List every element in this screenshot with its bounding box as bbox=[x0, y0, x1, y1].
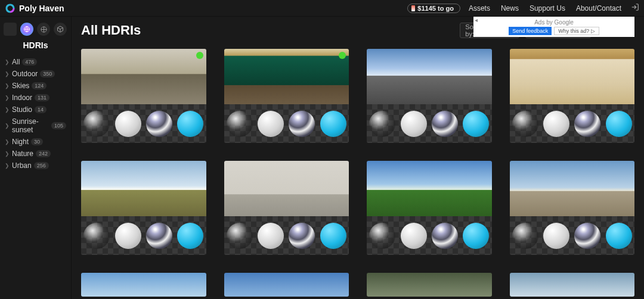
sphere-cyan bbox=[320, 223, 346, 249]
chevron-right-icon: ❯ bbox=[5, 151, 10, 157]
sphere-matte bbox=[543, 111, 569, 137]
ad-box: ◂ Ads by Google Send feedback Why this a… bbox=[473, 17, 634, 37]
asset-type-models-button[interactable] bbox=[54, 23, 67, 36]
chevron-right-icon: ❯ bbox=[5, 95, 10, 101]
sphere-glass bbox=[369, 111, 395, 137]
sphere-cyan bbox=[463, 223, 489, 249]
patreon-goal-pill[interactable]: $1145 to go bbox=[407, 4, 460, 13]
sidebar-title: HDRIs bbox=[4, 39, 67, 56]
sidebar: HDRIs ❯All476❯Outdoor350❯Skies124❯Indoor… bbox=[0, 17, 72, 299]
patreon-icon bbox=[411, 5, 415, 11]
category-label: Skies bbox=[12, 82, 29, 90]
new-badge bbox=[339, 52, 346, 59]
hdri-panorama bbox=[510, 161, 635, 216]
sphere-chrome bbox=[289, 223, 315, 249]
sphere-matte bbox=[115, 111, 141, 137]
ad-why-button[interactable]: Why this ad? ▷ bbox=[554, 27, 599, 35]
hdri-panorama bbox=[510, 49, 635, 104]
category-item[interactable]: ❯Indoor131 bbox=[4, 92, 67, 104]
hdri-panorama bbox=[367, 161, 492, 216]
nav-assets[interactable]: Assets bbox=[469, 4, 490, 13]
hdri-panorama bbox=[81, 273, 206, 297]
hdri-card[interactable] bbox=[510, 161, 635, 255]
login-icon[interactable] bbox=[631, 3, 639, 13]
sphere-matte bbox=[401, 111, 427, 137]
hdri-spheres bbox=[224, 104, 349, 143]
sphere-matte bbox=[258, 223, 284, 249]
chevron-right-icon: ❯ bbox=[5, 107, 10, 113]
category-label: Urban bbox=[12, 161, 32, 170]
hdri-panorama bbox=[510, 273, 635, 297]
asset-type-textures-button[interactable] bbox=[37, 23, 50, 36]
sphere-chrome bbox=[574, 223, 600, 249]
site-logo[interactable]: Poly Haven bbox=[5, 3, 64, 14]
hdri-card[interactable] bbox=[81, 273, 206, 297]
nav-about[interactable]: About/Contact bbox=[576, 4, 621, 13]
category-label: Nature bbox=[12, 150, 33, 158]
sphere-matte bbox=[258, 111, 284, 137]
chevron-right-icon: ❯ bbox=[5, 139, 10, 145]
hdri-panorama bbox=[81, 49, 206, 104]
hdri-card[interactable] bbox=[224, 161, 349, 255]
hdri-card[interactable] bbox=[224, 49, 349, 143]
category-count: 30 bbox=[31, 138, 43, 145]
category-label: Studio bbox=[12, 105, 32, 114]
hdri-card[interactable] bbox=[510, 273, 635, 297]
hdri-panorama bbox=[367, 49, 492, 104]
patreon-amount: $1145 to go bbox=[417, 5, 454, 12]
sphere-cyan bbox=[177, 223, 203, 249]
sphere-glass bbox=[83, 223, 110, 249]
ad-title: Ads by Google bbox=[477, 19, 631, 26]
hdri-spheres bbox=[81, 104, 206, 143]
sphere-matte bbox=[543, 223, 569, 249]
hdri-panorama bbox=[224, 273, 349, 297]
category-item[interactable]: ❯Sunrise-sunset105 bbox=[4, 116, 67, 136]
category-item[interactable]: ❯Outdoor350 bbox=[4, 68, 67, 80]
chevron-right-icon: ❯ bbox=[5, 59, 10, 65]
hdri-card[interactable] bbox=[81, 161, 206, 255]
category-item[interactable]: ❯Skies124 bbox=[4, 80, 67, 92]
category-count: 131 bbox=[35, 94, 49, 101]
sphere-glass bbox=[227, 223, 253, 249]
category-count: 256 bbox=[34, 162, 49, 169]
category-item[interactable]: ❯Nature242 bbox=[4, 148, 67, 160]
category-count: 350 bbox=[40, 70, 55, 77]
hdri-spheres bbox=[510, 104, 635, 143]
sphere-glass bbox=[227, 111, 253, 137]
site-name: Poly Haven bbox=[19, 4, 64, 13]
hdri-card[interactable] bbox=[224, 273, 349, 297]
category-label: Night bbox=[12, 138, 29, 146]
category-label: Indoor bbox=[12, 94, 32, 102]
nav-support[interactable]: Support Us bbox=[530, 4, 565, 13]
sphere-glass bbox=[512, 111, 538, 137]
category-item[interactable]: ❯Night30 bbox=[4, 136, 67, 148]
sphere-chrome bbox=[432, 111, 458, 137]
asset-type-hdri-button[interactable] bbox=[20, 23, 33, 36]
category-item[interactable]: ❯Urban256 bbox=[4, 160, 67, 172]
hdri-card[interactable] bbox=[367, 49, 492, 143]
hdri-card[interactable] bbox=[510, 49, 635, 143]
sphere-cyan bbox=[177, 111, 203, 137]
hdri-card[interactable] bbox=[81, 49, 206, 143]
sphere-cyan bbox=[606, 223, 632, 249]
category-label: Outdoor bbox=[12, 70, 38, 78]
category-item[interactable]: ❯Studio14 bbox=[4, 104, 67, 116]
category-count: 242 bbox=[36, 150, 51, 157]
hdri-card[interactable] bbox=[367, 161, 492, 255]
ad-feedback-button[interactable]: Send feedback bbox=[509, 27, 552, 35]
category-item[interactable]: ❯All476 bbox=[4, 56, 67, 68]
hdri-panorama bbox=[367, 273, 492, 297]
hdri-card[interactable] bbox=[367, 273, 492, 297]
chevron-right-icon: ❯ bbox=[5, 71, 10, 77]
sphere-glass bbox=[83, 111, 110, 137]
category-label: Sunrise-sunset bbox=[12, 117, 49, 134]
category-label: All bbox=[12, 58, 20, 66]
asset-type-grid-button[interactable] bbox=[4, 23, 17, 36]
sphere-matte bbox=[115, 223, 141, 249]
hdri-spheres bbox=[367, 216, 492, 255]
hdri-panorama bbox=[81, 161, 206, 216]
hdri-spheres bbox=[224, 216, 349, 255]
nav-news[interactable]: News bbox=[501, 4, 519, 13]
ad-close-icon[interactable]: ◂ bbox=[475, 17, 478, 23]
category-count: 124 bbox=[32, 82, 47, 89]
